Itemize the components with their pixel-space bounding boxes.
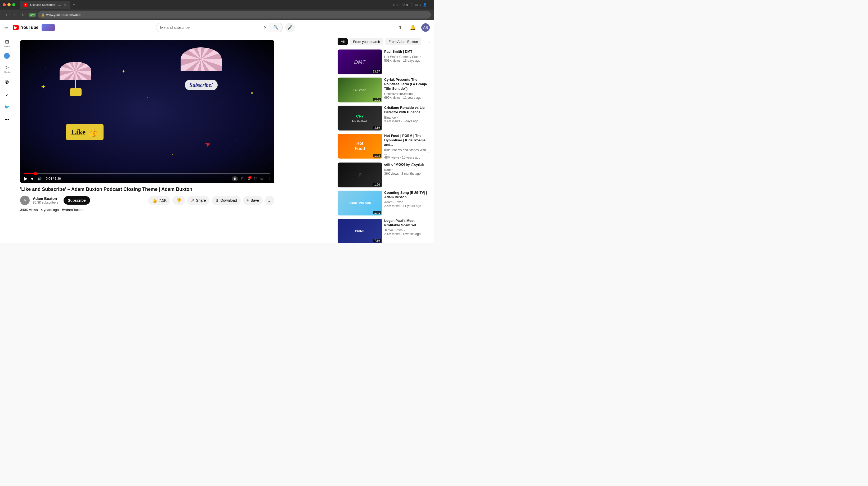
yt-left-sidebar: ⊞ Home ▷ Shorts ◎ ♪ 🐦 ••• [0,35,14,243]
mute-button[interactable]: 🔊 [37,176,41,181]
sidebar-item-instagram[interactable]: ◎ [2,76,12,87]
sidebar-item-home[interactable]: ⊞ Home [2,38,12,49]
view-count: 340K views [20,208,38,212]
rec-duration-0: 23:57 [372,70,381,73]
rec-info-1: Cyriak Presents The Pointless Farm (La G… [384,77,430,102]
rec-item-0[interactable]: DMT 23:57 Paul Smith | DMT Hot Water Com… [338,50,430,74]
search-input[interactable] [156,25,261,30]
rec-duration-1: 1:01 [373,98,381,101]
tab-favicon-icon [24,3,28,7]
verified-icon-3: ✓ [428,150,430,153]
search-clear-icon[interactable]: ✕ [261,25,269,30]
sidebar-item-tiktok[interactable]: ♪ [2,89,12,100]
video-hashtag[interactable]: #AdamBuxton [62,208,84,212]
rec-tabs: All From your search From Adam Buxton › [338,38,430,45]
tabs-scroll-right-icon[interactable]: › [428,40,430,44]
reload-button[interactable]: ↻ [20,13,27,17]
search-button[interactable]: 🔍 [269,23,283,32]
next-button[interactable]: ⏭ [31,176,34,181]
youtube-app: ☰ ▶ YouTube ✕ 🔍 🎤 ⬆ 🔔 AB [0,20,434,243]
forward-button[interactable]: › [12,13,18,17]
rec-item-6[interactable]: PRIME 7:59 Logan Paul's Most Profitable … [338,219,430,243]
user-avatar[interactable]: AB [421,23,430,32]
search-icon: 🔍 [273,25,279,30]
parachute-right: Subscribe! [179,47,223,87]
subtitles-button[interactable]: ⬚ [241,176,244,181]
rec-stats-4: 36K views · 3 months ago [384,172,430,175]
sidebar-item-twitter[interactable]: 🐦 [2,102,12,112]
voice-search-button[interactable]: 🎤 [285,23,295,32]
rec-info-4: edit of MOO! by @cyriak Kaden 36K views … [384,163,430,187]
tab-all[interactable]: All [338,38,348,45]
notifications-button[interactable]: 🔔 [409,23,417,32]
download-button[interactable]: ⬇ Download [212,196,241,205]
back-button[interactable]: ‹ [3,13,9,17]
maximize-window-btn[interactable] [12,3,16,6]
save-button[interactable]: + Save [243,196,263,205]
rec-stats-0: 501K views · 13 days ago [384,59,430,62]
tab-close-icon[interactable]: ✕ [64,3,66,7]
autoplay-toggle[interactable]: ⏸ [232,176,238,181]
sidebar-item-shorts[interactable]: ▷ Shorts [2,64,12,74]
progress-dot [34,172,37,175]
more-icon: ••• [5,117,9,122]
channel-avatar[interactable]: A [20,196,30,205]
profile-icon: 👤 [423,3,427,7]
upload-button[interactable]: ⬆ [396,23,404,32]
rec-channel-0: Hot Water Comedy Club ✓ [384,55,430,59]
address-bar[interactable]: 🔒 www.youtube.com/watch [38,11,431,19]
video-section: ✦ ✦ ✦ [14,35,333,243]
video-meta: 340K views 4 years ago #AdamBuxton [20,208,274,212]
url-display: www.youtube.com/watch [46,13,81,17]
video-player[interactable]: ✦ ✦ ✦ [20,40,274,183]
sidebar-toggle-icon: ⬚ [428,3,431,7]
rec-channel-4: Kaden [384,168,430,172]
rec-channel-3: Kids' Poems and Stories With ... ✓ [384,148,430,156]
new-tab-button[interactable]: + [72,2,75,7]
rec-item-5[interactable]: COUNTING SON 1:41 Counting Song (BUG TV)… [338,191,430,216]
rec-item-2[interactable]: CR7 LIE DETECT 3:39 Cristiano Ronaldo vs… [338,106,430,130]
header-right-controls: ⬆ 🔔 AB [396,23,430,32]
tab-from-search[interactable]: From your search [350,38,383,45]
rec-info-2: Cristiano Ronaldo vs Lie Detector with B… [384,106,430,130]
minimize-window-btn[interactable] [7,3,10,6]
yt-logo[interactable]: ▶ YouTube [13,24,55,31]
progress-bar[interactable] [24,173,270,174]
more-options-button[interactable]: ... [265,196,274,205]
rec-duration-2: 3:39 [373,126,381,129]
rec-item-4[interactable]: 🎵 1:26 edit of MOO! by @cyriak Kaden 36K… [338,163,430,187]
theater-button[interactable]: ▭ [260,176,264,181]
address-bar-row: ‹ › ↻ VPN 🔒 www.youtube.com/watch [0,9,434,20]
search-bar[interactable]: ✕ 🔍 [156,23,283,32]
tab-from-channel[interactable]: From Adam Buxton [385,38,421,45]
verified-icon-6: ✓ [403,229,405,232]
channel-info: Adam Buxton 96.3K subscribers [33,196,58,204]
sidebar-item-arcana[interactable] [2,51,12,61]
rec-item-3[interactable]: Hot Food 1:03 Hot Food | POEM | The Hypn… [338,134,430,159]
controls-row: ▶ ⏭ 🔊 0:04 / 1:36 ⏸ ⬚ ⚙4 ⬚ ▭ ⛶ [24,176,270,181]
close-window-btn[interactable] [3,3,6,6]
rec-stats-6: 2.4M views · 4 weeks ago [384,232,430,236]
rec-title-3: Hot Food | POEM | The Hypnotiser | Kids'… [384,134,430,147]
rec-thumb-5: COUNTING SON 1:41 [338,191,382,216]
active-tab[interactable]: 'Like and Subscribe' - A... ✕ [20,1,70,9]
subscribe-button[interactable]: Subscribe [64,196,90,205]
sidebar-item-more[interactable]: ••• [2,115,12,125]
miniplayer-button[interactable]: ⬚ [254,176,257,181]
video-player-wrapper: ✦ ✦ ✦ [20,40,274,212]
share-button[interactable]: ↗ Share [187,196,210,205]
tiktok-icon: ♪ [6,92,8,97]
video-controls: ▶ ⏭ 🔊 0:04 / 1:36 ⏸ ⬚ ⚙4 ⬚ ▭ ⛶ [20,171,274,183]
settings-button[interactable]: ⚙4 [248,176,251,181]
play-button[interactable]: ▶ [24,176,28,181]
rec-item-1[interactable]: La Granja 1:01 Cyriak Presents The Point… [338,77,430,102]
channel-name[interactable]: Adam Buxton [33,196,58,201]
rec-duration-3: 1:03 [373,154,381,158]
rec-title-4: edit of MOO! by @cyriak [384,163,430,167]
fullscreen-button[interactable]: ⛶ [267,176,270,181]
like-button[interactable]: 👍 7.5K [148,196,170,205]
rec-title-0: Paul Smith | DMT [384,50,430,54]
rec-info-3: Hot Food | POEM | The Hypnotiser | Kids'… [384,134,430,159]
dislike-button[interactable]: 👎 [173,196,185,205]
hamburger-menu-icon[interactable]: ☰ [4,25,8,30]
